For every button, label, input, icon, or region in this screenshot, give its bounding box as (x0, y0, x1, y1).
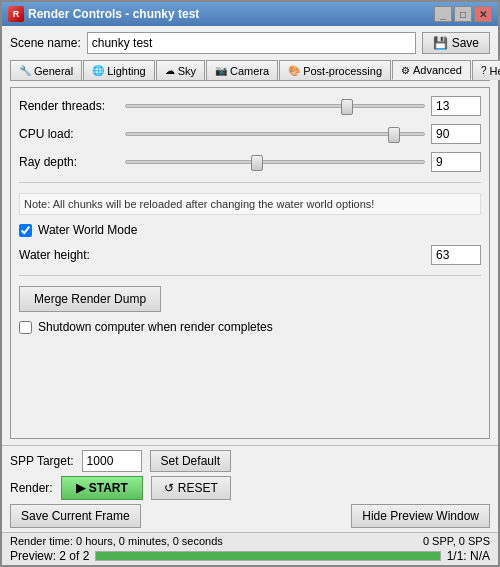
shutdown-row: Shutdown computer when render completes (19, 320, 481, 334)
merge-render-button[interactable]: Merge Render Dump (19, 286, 161, 312)
cpu-load-thumb[interactable] (388, 127, 400, 143)
hide-preview-button[interactable]: Hide Preview Window (351, 504, 490, 528)
post-icon: 🎨 (288, 65, 300, 76)
play-icon: ▶ (76, 481, 85, 495)
render-row: Render: ▶ START ↺ RESET (10, 476, 490, 500)
set-default-button[interactable]: Set Default (150, 450, 231, 472)
advanced-icon: ⚙ (401, 65, 410, 76)
render-threads-row: Render threads: (19, 96, 481, 116)
tab-postprocessing[interactable]: 🎨 Post-processing (279, 60, 391, 80)
sky-icon: ☁ (165, 65, 175, 76)
cpu-load-label: CPU load: (19, 127, 119, 141)
render-threads-thumb[interactable] (341, 99, 353, 115)
render-threads-label: Render threads: (19, 99, 119, 113)
reset-icon: ↺ (164, 481, 174, 495)
save-frame-button[interactable]: Save Current Frame (10, 504, 141, 528)
render-label: Render: (10, 481, 53, 495)
ray-depth-label: Ray depth: (19, 155, 119, 169)
water-world-label: Water World Mode (38, 223, 137, 237)
render-threads-track (125, 104, 425, 108)
tab-bar: 🔧 General 🌐 Lighting ☁ Sky 📷 Camera 🎨 Po… (10, 60, 490, 81)
content-area: Scene name: 💾 Save 🔧 General 🌐 Lighting … (2, 26, 498, 445)
scene-name-row: Scene name: 💾 Save (10, 32, 490, 54)
render-time-text: Render time: 0 hours, 0 minutes, 0 secon… (10, 535, 223, 547)
render-threads-value[interactable] (431, 96, 481, 116)
scene-name-input[interactable] (87, 32, 416, 54)
frame-row: Save Current Frame Hide Preview Window (10, 504, 490, 528)
preview-label: Preview: 2 of 2 (10, 549, 89, 563)
water-world-checkbox[interactable] (19, 224, 32, 237)
reset-button[interactable]: ↺ RESET (151, 476, 231, 500)
progress-row: Preview: 2 of 2 1/1: N/A (10, 549, 490, 563)
separator-1 (19, 182, 481, 183)
close-button[interactable]: ✕ (474, 6, 492, 22)
main-panel: Render threads: CPU load: (10, 87, 490, 439)
scene-name-label: Scene name: (10, 36, 81, 50)
water-height-label: Water height: (19, 248, 119, 262)
shutdown-checkbox[interactable] (19, 321, 32, 334)
wrench-icon: 🔧 (19, 65, 31, 76)
tab-help[interactable]: ? Help (472, 60, 500, 80)
tab-lighting[interactable]: 🌐 Lighting (83, 60, 155, 80)
cpu-load-value[interactable] (431, 124, 481, 144)
window-title: Render Controls - chunky test (28, 7, 199, 21)
water-note: Note: All chunks will be reloaded after … (19, 193, 481, 215)
start-button[interactable]: ▶ START (61, 476, 143, 500)
spp-input[interactable] (82, 450, 142, 472)
ray-depth-row: Ray depth: (19, 152, 481, 172)
progress-bar (95, 551, 440, 561)
water-height-input[interactable] (431, 245, 481, 265)
spp-info-text: 0 SPP, 0 SPS (423, 535, 490, 547)
cpu-load-track (125, 132, 425, 136)
preview-right-text: 1/1: N/A (447, 549, 490, 563)
ray-depth-thumb[interactable] (251, 155, 263, 171)
minimize-button[interactable]: _ (434, 6, 452, 22)
status-bar: Render time: 0 hours, 0 minutes, 0 secon… (2, 532, 498, 565)
bottom-controls: SPP Target: Set Default Render: ▶ START … (2, 445, 498, 532)
tab-general[interactable]: 🔧 General (10, 60, 82, 80)
maximize-button[interactable]: □ (454, 6, 472, 22)
app-icon: R (8, 6, 24, 22)
lighting-icon: 🌐 (92, 65, 104, 76)
cpu-load-row: CPU load: (19, 124, 481, 144)
help-icon: ? (481, 65, 487, 76)
ray-depth-track (125, 160, 425, 164)
separator-2 (19, 275, 481, 276)
shutdown-label: Shutdown computer when render completes (38, 320, 273, 334)
spp-row: SPP Target: Set Default (10, 450, 490, 472)
title-bar-left: R Render Controls - chunky test (8, 6, 199, 22)
render-threads-slider-container (125, 96, 425, 116)
tab-camera[interactable]: 📷 Camera (206, 60, 278, 80)
status-top-row: Render time: 0 hours, 0 minutes, 0 secon… (10, 535, 490, 547)
ray-depth-slider-container (125, 152, 425, 172)
main-window: R Render Controls - chunky test _ □ ✕ Sc… (0, 0, 500, 567)
water-world-row: Water World Mode (19, 223, 481, 237)
spp-label: SPP Target: (10, 454, 74, 468)
floppy-icon: 💾 (433, 36, 448, 50)
save-button[interactable]: 💾 Save (422, 32, 490, 54)
water-height-row: Water height: (19, 245, 481, 265)
progress-fill (96, 552, 439, 560)
cpu-load-slider-container (125, 124, 425, 144)
tab-advanced[interactable]: ⚙ Advanced (392, 60, 471, 80)
title-bar: R Render Controls - chunky test _ □ ✕ (2, 2, 498, 26)
camera-icon: 📷 (215, 65, 227, 76)
title-controls: _ □ ✕ (434, 6, 492, 22)
ray-depth-value[interactable] (431, 152, 481, 172)
tab-sky[interactable]: ☁ Sky (156, 60, 205, 80)
